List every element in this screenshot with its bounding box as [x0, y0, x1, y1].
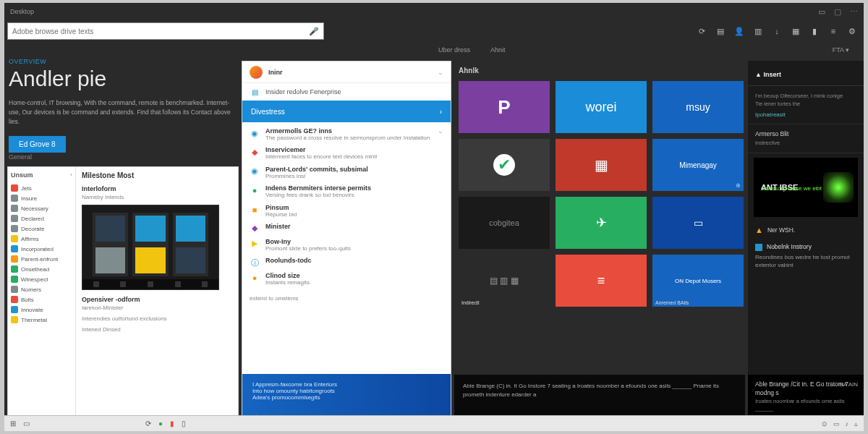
color-dot-icon [11, 255, 18, 263]
mid-row-1[interactable]: ▤ Insider redolve Fenerprise [242, 83, 451, 101]
grid-icon[interactable]: ▦ [790, 25, 801, 37]
lp-item-7[interactable]: Parent-enfront [11, 254, 72, 264]
app-tile-5[interactable]: Mimenagay⊕ [652, 139, 744, 191]
search-box[interactable]: 🎤 [7, 22, 324, 40]
chevron-icon[interactable]: ‹ [70, 171, 72, 179]
app-tile-9[interactable]: ▤ ▥ ▦Indirectl [459, 255, 550, 307]
tile-label: Mimenagay [679, 161, 717, 169]
lp-item-9[interactable]: Winespect [11, 274, 72, 284]
gear-icon[interactable]: ⚙ [846, 25, 858, 37]
lp-item-11[interactable]: Bolts [11, 294, 72, 305]
task-item-3[interactable]: ● [158, 420, 163, 427]
app-tile-6[interactable]: cobgitea [459, 197, 550, 249]
lp-item-2[interactable]: Necessary [11, 203, 72, 213]
tab-extra[interactable]: FTA ▾ [833, 46, 849, 54]
rc-link-1[interactable]: Ipohatreasit [755, 111, 856, 118]
color-dot-icon [11, 245, 18, 252]
mid-item-sub: Instants remagits [265, 279, 443, 286]
item-icon: ● [250, 273, 260, 283]
tile-label: ≡ [597, 273, 605, 289]
mid-item-7[interactable]: ⓘRoolunds-todc [242, 255, 451, 270]
rc-item[interactable]: Nobelnk Instrory Reondines bos wedre he … [748, 239, 864, 273]
glow-icon [823, 172, 854, 203]
app-tile-1[interactable]: worei [556, 81, 647, 133]
app-tile-0[interactable]: P [459, 81, 550, 133]
user-icon[interactable]: 👤 [733, 25, 745, 37]
task-item-4[interactable]: ▮ [170, 420, 174, 427]
tray-1[interactable]: ⊙ [822, 420, 827, 427]
lp-item-0[interactable]: Jets [11, 183, 72, 193]
lp-item-8[interactable]: Onsethead [11, 264, 72, 274]
rc-warning: ▲ Ner WSH. [748, 221, 864, 239]
task-item-1[interactable]: ▭ [23, 420, 30, 427]
panel-icon[interactable]: ▮ [809, 25, 820, 37]
tray-2[interactable]: ▭ [833, 420, 840, 427]
chart-icon[interactable]: ▥ [752, 25, 764, 37]
mid-item-5[interactable]: ◆Minister [242, 221, 451, 236]
book-icon[interactable]: ▤ [715, 25, 726, 37]
lp-item-4[interactable]: Decorate [11, 224, 72, 234]
min-icon[interactable]: ▭ [818, 7, 825, 17]
lp-item-3[interactable]: Declared [11, 213, 72, 224]
tray-3[interactable]: ♪ [846, 420, 849, 427]
lp-item-1[interactable]: Insure [11, 193, 72, 203]
color-dot-icon [11, 215, 18, 222]
mid-item-2[interactable]: ◉Parent-Lords' commits, subsimalPrommine… [242, 163, 451, 182]
mic-icon[interactable]: 🎤 [309, 27, 319, 36]
lp-desc4: Intened Dinsed [82, 326, 232, 333]
app-tile-3[interactable]: ✔ [459, 139, 550, 191]
hero-cta-button[interactable]: Ed Grove 8 [9, 136, 66, 153]
mid-header[interactable]: Ininr ⌄ [242, 61, 451, 83]
app-tile-2[interactable]: msuy [652, 81, 744, 133]
down-icon[interactable]: ↓ [771, 25, 783, 37]
lp-item-10[interactable]: Nomers [11, 284, 72, 294]
app-tile-4[interactable]: ▦ [556, 139, 647, 191]
rc-thumbnail[interactable]: ANT IBSE Onessory-verse we eibt [754, 158, 858, 217]
app-label: Desktop [10, 8, 34, 15]
lp-thumbnail[interactable] [82, 205, 219, 290]
lp-item-label: Parent-enfront [21, 256, 58, 263]
mid-row-1-label: Insider redolve Fenerprise [265, 88, 341, 95]
task-item-5[interactable]: ▯ [182, 420, 186, 427]
app-tile-8[interactable]: ▭ [652, 197, 744, 249]
mid-promo-button[interactable]: Divestress › [242, 101, 451, 122]
lp-item-5[interactable]: Affirms [11, 234, 72, 244]
mid-footer-l2: Into how omounty habitongroots [252, 388, 441, 394]
tab-a[interactable]: Uber dress [438, 46, 470, 54]
mid-item-title: Armermolls GE? inns [265, 127, 432, 135]
mid-item-sub: The password a cross resolve in sermonsp… [265, 135, 432, 142]
tray-4[interactable]: ▵ [854, 420, 858, 427]
lp-item-13[interactable]: Thermetal [11, 315, 72, 325]
chevron-down-icon[interactable]: ⌄ [438, 69, 443, 76]
lp-item-6[interactable]: Incorporated [11, 244, 72, 254]
mid-item-0[interactable]: ◉Armermolls GE? innsThe password a cross… [242, 125, 451, 144]
mid-item-3[interactable]: ●Indens Bernmiters interse permitsVersin… [242, 182, 451, 201]
search-input[interactable] [12, 27, 309, 35]
app-tile-10[interactable]: ≡ [556, 255, 647, 307]
mid-item-title: Inservicemer [265, 146, 443, 153]
more-icon[interactable]: ⋯ [850, 7, 858, 17]
rc-cat-1-sub: Instrective [755, 139, 856, 147]
color-dot-icon [11, 316, 18, 323]
max-icon[interactable]: ▢ [834, 7, 841, 17]
mid-item-1[interactable]: ◆InservicemerInterment faces to encore t… [242, 144, 451, 163]
tile-label: cobgitea [489, 218, 519, 227]
rc-line-1: I'm beoup Difecorseer, I mink conige [755, 92, 856, 100]
mid-item-6[interactable]: ▶Bow-InyPromont slide to prefers too-qui… [242, 236, 451, 255]
mid-item-8[interactable]: ●Clinod sizeInstants remagits [242, 270, 451, 289]
mid-item-4[interactable]: ■PinsumRépurse bid [242, 202, 451, 221]
tile-label: ▤ ▥ ▦ [490, 276, 519, 286]
lp-head: Unsum [11, 171, 33, 179]
app-tile-11[interactable]: ON Depot MosersAnremed BAils [652, 255, 744, 307]
refresh-icon[interactable]: ⟳ [696, 25, 707, 37]
tab-b[interactable]: Ahnit [490, 46, 506, 54]
app-tile-7[interactable]: ✈ [556, 197, 647, 249]
start-icon[interactable]: ⊞ [10, 420, 16, 427]
arrow-right-icon: › [440, 108, 442, 116]
close-icon[interactable]: ⌄ [438, 127, 443, 135]
lp-item-12[interactable]: Innovate [11, 305, 72, 315]
lp-desc3: Interendies outfortund exclusions [82, 315, 232, 322]
list-icon[interactable]: ≡ [827, 25, 839, 37]
task-item-2[interactable]: ⟳ [145, 420, 151, 427]
rc-cat-1: Armerso Blit [755, 130, 856, 137]
